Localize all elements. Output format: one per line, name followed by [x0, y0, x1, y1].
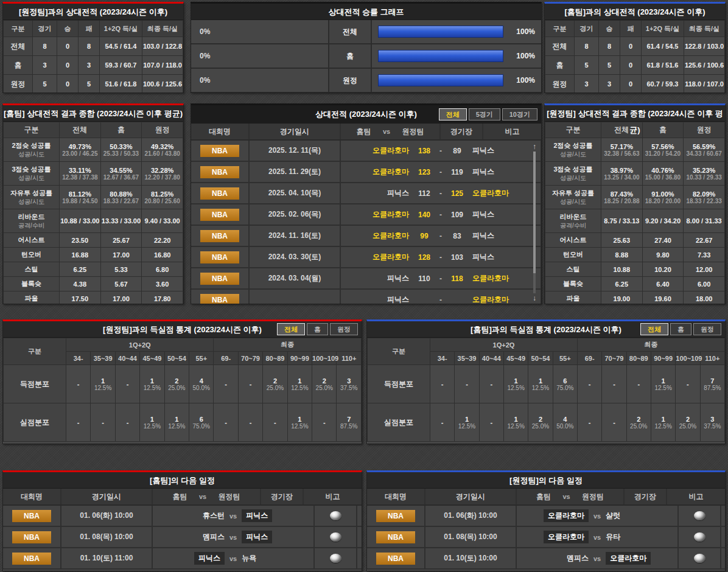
scroll-down-icon[interactable]: ↓	[533, 295, 536, 302]
filter-all-button[interactable]: 전체	[439, 108, 467, 120]
dist-cell: 112.5%	[503, 403, 528, 442]
col-header: 승	[599, 21, 620, 37]
scrollbar[interactable]: ↑ ↓	[530, 143, 539, 302]
dist-cell: 225.0%	[528, 403, 553, 442]
home-team-name: 오클라호마	[341, 145, 409, 156]
home-dist-table: 구분 1Q+2Q 최종 34-35~3940~4445~4950~5455+69…	[367, 338, 725, 442]
away-dist-table: 구분 1Q+2Q 최종 34-35~3940~4445~4950~5455+69…	[3, 338, 362, 442]
filter-all-button[interactable]: 전체	[277, 323, 305, 335]
stat-cell: 25.63	[601, 233, 643, 248]
filter-away-button[interactable]: 원정	[693, 323, 721, 335]
dist-cell: 675.0%	[553, 365, 577, 403]
schedule-header-row: 대회명 경기일시 홈팀 vs 원정팀 경기장 비고	[367, 489, 725, 506]
col-header: 비고	[483, 124, 541, 139]
row-label: 2점슛 성공률	[4, 141, 59, 150]
globe-icon[interactable]	[694, 511, 705, 520]
stat-cell: 32.28%12.20 / 37.80	[142, 162, 183, 186]
stat-cell: 9.40 / 33.00	[142, 209, 183, 233]
scroll-thumb[interactable]	[533, 152, 536, 273]
home-h2h-panel: [홈팀]과의 상대전적 (2023/24시즌 이후) 구분 경기 승 패 1+2…	[544, 2, 726, 93]
col-header: 승	[57, 21, 79, 37]
dist-cell: 112.5%	[651, 403, 675, 442]
globe-icon[interactable]	[330, 554, 341, 563]
game-date: 2024. 03. 04(월)	[250, 268, 341, 288]
game-matchup: 피닉스 - 오클라호마	[341, 290, 542, 304]
game-date: 01. 06(화) 10:00	[61, 506, 153, 526]
stat-cell: 49.32%21.60 / 43.80	[142, 138, 183, 162]
away-team-name: 유타	[606, 532, 677, 542]
games-header-row: 대회명 경기일시 홈팀 vs 원정팀 경기장 비고	[191, 124, 541, 141]
stat-cell: 17.80	[142, 291, 183, 305]
stat-cell: 61.4 / 54.5	[642, 37, 684, 56]
game-row: NBA 2024. 11. 16(토) 오클라호마 99- 83 피닉스 결과 …	[191, 226, 541, 247]
dist-cell: -	[238, 403, 262, 442]
row-label: 홈	[4, 56, 33, 75]
row-sublabel: 공격/수비	[4, 221, 59, 230]
globe-icon[interactable]	[694, 532, 705, 542]
away-team-name: 오클라호마	[606, 552, 677, 565]
stat-cell: 35.23%10.33 / 29.33	[684, 162, 725, 186]
stat-cell: 0	[620, 56, 642, 75]
range-header: 110+	[337, 352, 362, 365]
dist-cell: -	[91, 403, 115, 442]
stat-cell: 23.50	[60, 233, 101, 248]
dist-cell: 112.5%	[164, 403, 189, 442]
filter-away-button[interactable]: 원정	[330, 323, 358, 335]
away-dist-panel: [원정팀]과의 득실점 통계 (2023/24시즌 이후) 전체 홈 원정 구분…	[2, 319, 362, 444]
globe-icon[interactable]	[330, 511, 341, 520]
dist-cell: -	[430, 403, 455, 442]
filter-5games-button[interactable]: 5경기	[469, 108, 500, 120]
winrate-graph-panel: 상대전적 승률 그래프 0% 전체 100% 0% 홈 100% 0% 원정 1…	[191, 2, 542, 93]
home-score: 128	[414, 253, 435, 262]
row-label: 전체	[545, 37, 575, 56]
filter-home-button[interactable]: 홈	[670, 323, 691, 335]
stat-cell: 6.25	[60, 262, 101, 277]
row-label: 실점분포	[4, 403, 66, 442]
away-score: 125	[447, 189, 467, 198]
game-date: 2025. 12. 11(목)	[250, 141, 341, 161]
filter-home-button[interactable]: 홈	[307, 323, 328, 335]
game-row: NBA 피닉스 - 오클라호마 결과 >	[191, 290, 541, 304]
home-score: 110	[414, 274, 435, 283]
col-header: 경기	[33, 21, 57, 37]
scroll-up-icon[interactable]: ↑	[533, 143, 536, 150]
globe-icon[interactable]	[330, 532, 341, 542]
dist-cell: 337.5%	[337, 365, 362, 403]
dist-cell: -	[479, 365, 503, 403]
stat-cell: 10.88 / 33.00	[60, 209, 101, 233]
dist-cell: -	[115, 365, 139, 403]
stat-cell: 19.00	[601, 291, 643, 305]
dist-cell: -	[626, 365, 651, 403]
home-team-name: 피닉스	[341, 188, 409, 198]
schedule-row: NBA 01. 10(토) 11:00 피닉스 vs 뉴욕 비교 >	[3, 548, 362, 570]
left-pct-label: 0%	[200, 27, 210, 36]
dist-cell: 450.0%	[553, 403, 577, 442]
home-team-name: 오클라호마	[341, 252, 409, 262]
row-sublabel: 성공/시도	[4, 150, 59, 159]
col-header: 패	[620, 21, 642, 37]
row-label: 3점슛 성공률	[4, 165, 59, 174]
stat-cell: 59.3 / 60.7	[100, 56, 142, 75]
table-row: 파울 17.50 17.00 17.80	[4, 291, 183, 305]
stat-cell: 38.97%13.25 / 34.00	[601, 162, 643, 186]
home-team-name: 피닉스	[153, 552, 225, 565]
row-label: 원정	[545, 75, 575, 94]
filter-10games-button[interactable]: 10경기	[502, 108, 537, 120]
dist-cell: 112.5%	[528, 365, 553, 403]
game-matchup: 멤피스 vs 오클라호마	[517, 548, 679, 568]
globe-icon[interactable]	[694, 554, 705, 563]
row-label: 원정	[4, 75, 33, 94]
dist-cell: 112.5%	[287, 365, 312, 403]
stat-cell: 0	[620, 75, 642, 94]
dist-cell: 225.0%	[164, 365, 189, 403]
away-team-name: 뉴욕	[242, 553, 313, 563]
dist-cell: -	[214, 403, 238, 442]
dist-cell: -	[115, 403, 139, 442]
filter-all-button[interactable]: 전체	[640, 323, 668, 335]
win-bar	[378, 50, 503, 62]
stat-cell: 100.6 / 125.6	[142, 75, 183, 94]
stat-cell: 5	[575, 56, 599, 75]
stat-cell: 0	[57, 75, 79, 94]
scroll-track[interactable]	[533, 152, 536, 293]
winrate-row: 0% 홈 100%	[191, 44, 541, 69]
